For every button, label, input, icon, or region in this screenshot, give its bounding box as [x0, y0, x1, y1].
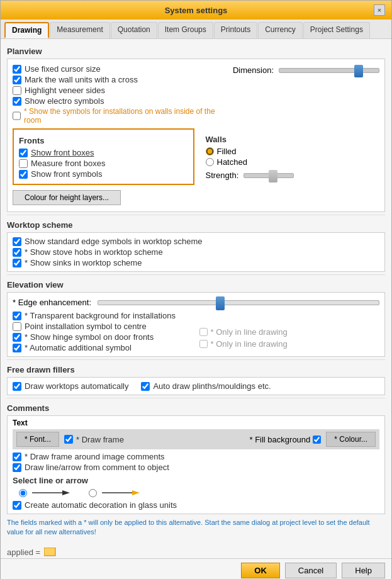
- free-drawn-cb1-row: Draw worktops automatically: [13, 381, 128, 391]
- draw-frame-cb[interactable]: [64, 435, 73, 444]
- comments-cb1[interactable]: [13, 453, 21, 461]
- select-arrow-title: Select line or arrow: [13, 476, 379, 485]
- height-layers-button[interactable]: Colour for height layers...: [13, 190, 121, 205]
- ok-button[interactable]: OK: [241, 563, 280, 578]
- elevation-cb3-row: * Show hinge symbol on door fronts: [13, 332, 193, 342]
- fill-bg-cb[interactable]: [313, 436, 321, 444]
- cancel-button[interactable]: Cancel: [285, 563, 337, 578]
- walls-title: Walls: [206, 135, 375, 144]
- planview-cb2[interactable]: [13, 76, 21, 84]
- worktop-cb3-row: * Show sinks in worktop scheme: [13, 258, 379, 267]
- edge-row: * Edge enhancement:: [13, 298, 379, 307]
- tab-project-settings[interactable]: Project Settings: [303, 22, 370, 38]
- close-button[interactable]: ×: [374, 4, 385, 16]
- free-drawn-section: Free drawn fillers Draw worktops automat…: [7, 359, 385, 395]
- arrow-radio-1[interactable]: [19, 489, 27, 497]
- fronts-cb1-row: Show front boxes: [19, 148, 188, 157]
- tab-item-groups[interactable]: Item Groups: [158, 22, 213, 38]
- planview-cb5-label: * Show the symbols for installations on …: [24, 107, 220, 125]
- arrow-options: [19, 488, 379, 498]
- arrow-radio-2[interactable]: [89, 489, 97, 497]
- elevation-slider-thumb[interactable]: [216, 296, 225, 310]
- fronts-cb1[interactable]: [19, 149, 28, 157]
- draw-frame-row: * Draw frame: [64, 435, 124, 444]
- elevation-cb1-label: * Transparent background for installatio…: [25, 311, 176, 320]
- walls-hatched-radio[interactable]: [206, 158, 214, 166]
- worktop-cb2-row: * Show stove hobs in worktop scheme: [13, 247, 379, 257]
- help-button[interactable]: Help: [342, 563, 385, 578]
- window-title: System settings: [18, 6, 374, 15]
- planview-cb3[interactable]: [13, 86, 21, 95]
- only-line2-label: * Only in line drawing: [211, 339, 288, 349]
- elevation-cb2-row: Point installation symbol to centre: [13, 322, 193, 331]
- free-drawn-cb1[interactable]: [13, 382, 21, 391]
- elevation-cb2-label: Point installation symbol to centre: [25, 322, 147, 331]
- elevation-section: Elevation view * Edge enhancement: * Tra: [7, 274, 385, 357]
- tab-drawing[interactable]: Drawing: [4, 22, 49, 38]
- worktop-cb2[interactable]: [13, 248, 21, 257]
- elevation-cb4-label: * Automatic additional symbol: [25, 343, 132, 352]
- only-line1-row: * Only in line drawing: [199, 327, 380, 337]
- only-line2-row: * Only in line drawing: [199, 339, 380, 349]
- fronts-cb3[interactable]: [19, 170, 28, 179]
- comments-cb2[interactable]: [13, 463, 21, 472]
- free-drawn-cb2-row: Auto draw plinths/mouldings etc.: [141, 381, 271, 391]
- arrow-option-1: [19, 488, 70, 498]
- worktop-cb1-label: Show standard edge symbols in worktop sc…: [25, 237, 203, 246]
- elevation-slider-track: [98, 300, 379, 305]
- planview-cb4-row: Show electro symbols: [13, 96, 220, 106]
- planview-cb2-row: Mark the wall units with a cross: [13, 75, 220, 84]
- footer-note: The fields marked with a * will only be …: [7, 518, 385, 537]
- fill-bg-row: * Fill background: [249, 435, 321, 444]
- walls-filled-radio[interactable]: [206, 147, 214, 155]
- draw-frame-label: * Draw frame: [76, 435, 124, 444]
- fronts-cb2-label: Measure front boxes: [31, 159, 106, 168]
- elevation-cb3[interactable]: [13, 333, 21, 342]
- line-icon: [32, 488, 70, 498]
- elevation-cb2[interactable]: [13, 322, 21, 331]
- tab-measurement[interactable]: Measurement: [50, 22, 109, 38]
- arrow-option-2: [89, 488, 140, 498]
- arrow-icon: [102, 488, 140, 498]
- dimension-slider-thumb[interactable]: [354, 65, 363, 77]
- fronts-cb1-label: Show front boxes: [31, 148, 94, 157]
- walls-strength-thumb[interactable]: [269, 170, 277, 183]
- only-line1-cb[interactable]: [199, 328, 208, 336]
- fronts-title: Fronts: [19, 136, 188, 145]
- planview-cb4[interactable]: [13, 97, 21, 106]
- elevation-cb4[interactable]: [13, 344, 21, 352]
- fronts-box: Fronts Show front boxes Measure front bo…: [13, 128, 194, 185]
- planview-cb2-label: Mark the wall units with a cross: [25, 75, 138, 84]
- fronts-cb3-row: Show front symbols: [19, 169, 188, 179]
- walls-hatched-row: Hatched: [206, 157, 375, 167]
- create-deco-cb[interactable]: [13, 501, 21, 510]
- title-bar: System settings ×: [1, 1, 391, 20]
- worktop-cb3-label: * Show sinks in worktop scheme: [25, 258, 142, 267]
- fill-bg-label: * Fill background: [249, 435, 310, 444]
- font-button[interactable]: * Font...: [16, 432, 59, 447]
- worktop-cb1[interactable]: [13, 237, 21, 246]
- select-arrow-section: Select line or arrow: [13, 476, 379, 498]
- planview-cb5-row: * Show the symbols for installations on …: [13, 107, 220, 125]
- tab-currency[interactable]: Currency: [258, 22, 303, 38]
- free-drawn-title: Free drawn fillers: [7, 365, 385, 374]
- worktop-cb2-label: * Show stove hobs in worktop scheme: [25, 247, 163, 257]
- only-line2-cb[interactable]: [199, 340, 208, 348]
- tab-printouts[interactable]: Printouts: [214, 22, 257, 38]
- tab-quotation[interactable]: Quotation: [111, 22, 157, 38]
- tab-bar: Drawing Measurement Quotation Item Group…: [1, 20, 391, 39]
- worktop-cb3[interactable]: [13, 259, 21, 267]
- fronts-cb2[interactable]: [19, 159, 28, 168]
- colour-button[interactable]: * Colour...: [326, 432, 376, 447]
- content-area: Planview Use fixed cursor size Mark the …: [1, 39, 391, 546]
- only-line1-label: * Only in line drawing: [211, 327, 288, 337]
- planview-cb5[interactable]: [13, 111, 21, 120]
- planview-cb1[interactable]: [13, 65, 21, 74]
- free-drawn-cb2[interactable]: [141, 382, 150, 391]
- comments-cb2-row: Draw line/arrow from comment to object: [13, 463, 379, 472]
- elevation-cb1[interactable]: [13, 312, 21, 320]
- walls-filled-label: Filled: [217, 147, 237, 156]
- applied-row: applied =: [1, 546, 391, 558]
- walls-strength-label: Strength:: [206, 171, 239, 180]
- comments-section: Comments Text * Font... * Draw frame * F…: [7, 398, 385, 514]
